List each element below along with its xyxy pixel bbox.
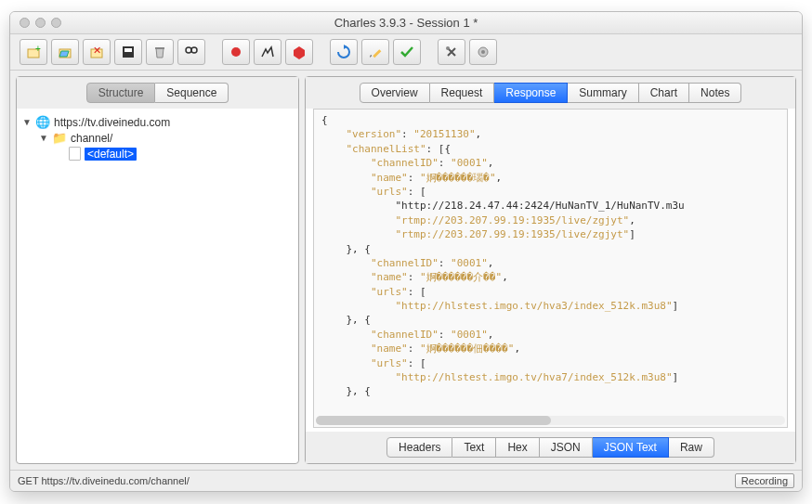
json-line: "urls": [ bbox=[321, 356, 779, 370]
subtab-text[interactable]: Text bbox=[452, 437, 496, 458]
subtab-json[interactable]: JSON bbox=[540, 437, 593, 458]
bottom-tabs: HeadersTextHexJSONJSON TextRaw bbox=[306, 432, 795, 463]
json-line: "name": "婀������瑙�", bbox=[321, 171, 779, 185]
open-button[interactable] bbox=[51, 39, 79, 65]
json-line: "http://hlstest.imgo.tv/hva7/index_512k.… bbox=[321, 370, 779, 384]
status-bar: GET https://tv.diveinedu.com/channel/ Re… bbox=[10, 470, 802, 491]
add-button[interactable]: + bbox=[20, 39, 47, 65]
detail-panel: OverviewRequestResponseSummaryChartNotes… bbox=[305, 76, 796, 464]
json-line: "channelID": "0001", bbox=[321, 256, 779, 270]
json-line: "http://hlstest.imgo.tv/hva3/index_512k.… bbox=[321, 299, 779, 313]
json-line: { bbox=[321, 113, 779, 127]
structure-panel: Structure Sequence ▼ 🌐 https://tv.divein… bbox=[16, 76, 299, 464]
clear-button[interactable] bbox=[146, 39, 174, 65]
repeat-button[interactable] bbox=[330, 39, 358, 65]
settings-button[interactable] bbox=[469, 39, 497, 65]
json-line: "http://218.24.47.44:2424/HuNanTV_1/HuNa… bbox=[321, 199, 779, 213]
record-button[interactable] bbox=[222, 39, 250, 65]
save-button[interactable] bbox=[114, 39, 142, 65]
tools-button[interactable] bbox=[438, 39, 465, 65]
folder-icon: 📁 bbox=[52, 131, 67, 145]
json-line: "rtmp://203.207.99.19:1935/live/zgjyt", bbox=[321, 213, 779, 227]
svg-text:+: + bbox=[35, 44, 41, 54]
disclosure-icon[interactable]: ▼ bbox=[22, 117, 32, 127]
window-title: Charles 3.9.3 - Session 1 * bbox=[334, 16, 478, 30]
response-body[interactable]: { "version": "20151130", "channelList": … bbox=[313, 109, 788, 428]
session-tree[interactable]: ▼ 🌐 https://tv.diveinedu.com ▼ 📁 channel… bbox=[17, 109, 298, 463]
tree-path[interactable]: ▼ 📁 channel/ bbox=[22, 130, 293, 146]
breakpoints-button[interactable] bbox=[285, 39, 313, 65]
disclosure-icon[interactable]: ▼ bbox=[39, 133, 48, 143]
close-session-button[interactable]: ✕ bbox=[83, 39, 111, 65]
file-icon bbox=[69, 147, 81, 161]
tab-summary[interactable]: Summary bbox=[568, 83, 638, 103]
status-text: GET https://tv.diveinedu.com/channel/ bbox=[18, 475, 190, 486]
json-line: "channelList": [{ bbox=[321, 142, 779, 156]
subtab-hex[interactable]: Hex bbox=[496, 437, 539, 458]
svg-point-11 bbox=[231, 47, 241, 57]
json-line: "channelID": "0001", bbox=[321, 328, 779, 342]
svg-point-18 bbox=[481, 50, 485, 54]
app-window: Charles 3.9.3 - Session 1 * + ✕ bbox=[9, 11, 803, 492]
horizontal-scrollbar[interactable] bbox=[316, 416, 785, 425]
titlebar: Charles 3.9.3 - Session 1 * bbox=[10, 12, 802, 34]
json-line: }, { bbox=[321, 384, 779, 398]
json-line: "version": "20151130", bbox=[321, 127, 779, 141]
recording-indicator[interactable]: Recording bbox=[735, 473, 794, 488]
tree-host[interactable]: ▼ 🌐 https://tv.diveinedu.com bbox=[22, 114, 293, 130]
window-controls bbox=[20, 18, 61, 28]
zoom-icon[interactable] bbox=[51, 18, 61, 28]
subtab-json-text[interactable]: JSON Text bbox=[593, 437, 669, 458]
subtab-headers[interactable]: Headers bbox=[386, 437, 452, 458]
svg-marker-12 bbox=[294, 46, 305, 59]
json-line: "urls": [ bbox=[321, 285, 779, 299]
svg-point-8 bbox=[186, 47, 191, 53]
json-line: "rtmp://203.207.99.19:1935/live/zgjyt"] bbox=[321, 227, 779, 241]
svg-rect-6 bbox=[124, 48, 132, 52]
tab-notes[interactable]: Notes bbox=[689, 83, 741, 103]
globe-icon: 🌐 bbox=[35, 115, 50, 129]
tab-request[interactable]: Request bbox=[430, 83, 495, 103]
toolbar: + ✕ bbox=[10, 34, 802, 71]
tab-overview[interactable]: Overview bbox=[360, 83, 430, 103]
svg-point-16 bbox=[446, 46, 450, 50]
json-line: "name": "婀������介��", bbox=[321, 270, 779, 284]
tab-sequence[interactable]: Sequence bbox=[155, 83, 229, 103]
find-button[interactable] bbox=[177, 39, 205, 65]
svg-marker-15 bbox=[370, 55, 372, 58]
subtab-raw[interactable]: Raw bbox=[669, 437, 714, 458]
json-line: "name": "婀������佃����", bbox=[321, 342, 779, 355]
tree-host-label: https://tv.diveinedu.com bbox=[54, 116, 170, 129]
json-line: "urls": [ bbox=[321, 185, 779, 199]
svg-rect-14 bbox=[373, 49, 381, 58]
json-line: "channelID": "0001", bbox=[321, 156, 779, 170]
tab-structure[interactable]: Structure bbox=[86, 83, 156, 103]
tree-request[interactable]: <default> bbox=[22, 146, 293, 162]
minimize-icon[interactable] bbox=[35, 18, 46, 28]
throttle-button[interactable] bbox=[254, 39, 282, 65]
edit-button[interactable] bbox=[361, 39, 389, 65]
json-line: }, { bbox=[321, 242, 779, 256]
left-tabs: Structure Sequence bbox=[17, 77, 298, 109]
validate-button[interactable] bbox=[393, 39, 421, 65]
svg-text:✕: ✕ bbox=[93, 45, 101, 56]
right-tabs: OverviewRequestResponseSummaryChartNotes bbox=[306, 77, 795, 109]
svg-point-9 bbox=[191, 47, 197, 53]
tree-request-label: <default> bbox=[85, 148, 137, 161]
json-line: }, { bbox=[321, 313, 779, 327]
tree-path-label: channel/ bbox=[71, 132, 112, 145]
tab-response[interactable]: Response bbox=[494, 83, 568, 103]
tab-chart[interactable]: Chart bbox=[639, 83, 689, 103]
svg-rect-7 bbox=[155, 47, 164, 49]
close-icon[interactable] bbox=[20, 18, 30, 28]
